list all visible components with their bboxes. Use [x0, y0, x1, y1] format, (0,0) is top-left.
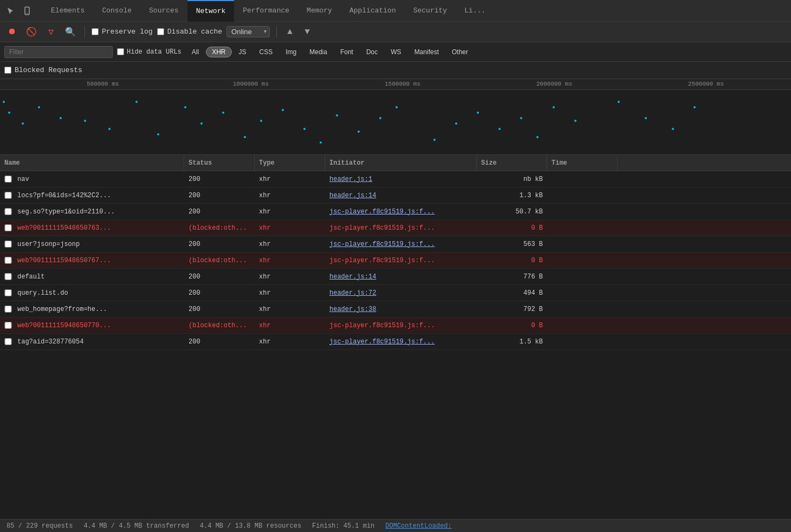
row-initiator[interactable]: jsc-player.f8c91519.js:f...: [325, 252, 477, 268]
row-status: 200: [184, 301, 255, 317]
row-initiator[interactable]: header.js:14: [325, 187, 477, 203]
preserve-log-checkbox[interactable]: [92, 28, 99, 35]
col-initiator[interactable]: Initiator: [325, 155, 477, 171]
hide-data-urls-label[interactable]: Hide data URLs: [117, 48, 181, 56]
row-checkbox[interactable]: [4, 273, 12, 280]
filter-btn-img[interactable]: Img: [280, 47, 302, 57]
row-checkbox[interactable]: [4, 306, 12, 313]
filter-btn-manifest[interactable]: Manifest: [409, 47, 445, 57]
col-size[interactable]: Size: [477, 155, 547, 171]
row-initiator[interactable]: header.js:1: [325, 171, 477, 187]
col-status[interactable]: Status: [184, 155, 255, 171]
record-button[interactable]: ⏺: [4, 24, 20, 40]
row-size: 50.7 kB: [477, 204, 547, 219]
tab-elements[interactable]: Elements: [42, 0, 93, 22]
table-row[interactable]: web?00111115948650763...(blocked:oth...x…: [0, 220, 791, 236]
table-row[interactable]: web_homepage?from=he...200xhrheader.js:3…: [0, 301, 791, 317]
row-initiator[interactable]: jsc-player.f8c91519.js:f...: [325, 317, 477, 333]
export-button[interactable]: ▼: [301, 25, 314, 38]
filter-btn-css[interactable]: CSS: [254, 47, 279, 57]
row-size: 776 B: [477, 269, 547, 284]
throttle-select-wrapper: Online Offline Slow 3G Fast 3G: [226, 26, 270, 37]
filter-btn-all[interactable]: All: [186, 47, 205, 57]
blocked-requests-text: Blocked Requests: [15, 66, 82, 74]
mobile-icon[interactable]: [21, 4, 34, 17]
filter-btn-xhr[interactable]: XHR: [206, 47, 231, 57]
col-name[interactable]: Name: [0, 155, 184, 171]
timeline-dot: [336, 114, 338, 116]
table-row[interactable]: query.list.do200xhrheader.js:72494 B: [0, 285, 791, 301]
filter-btn-other[interactable]: Other: [446, 47, 474, 57]
disable-cache-checkbox[interactable]: [157, 28, 164, 35]
row-name: tag?aid=328776054: [17, 338, 83, 346]
row-checkbox[interactable]: [4, 257, 12, 264]
row-initiator[interactable]: jsc-player.f8c91519.js:f...: [325, 236, 477, 252]
table-row[interactable]: tag?aid=328776054200xhrjsc-player.f8c915…: [0, 334, 791, 350]
tab-more[interactable]: Li...: [456, 0, 494, 22]
network-toolbar: ⏺ 🚫 ▽ 🔍 Preserve log Disable cache Onlin…: [0, 22, 791, 42]
row-time: [547, 301, 618, 317]
tab-performance[interactable]: Performance: [234, 0, 298, 22]
row-checkbox[interactable]: [4, 241, 12, 248]
row-checkbox[interactable]: [4, 224, 12, 231]
timeline-dot: [320, 141, 322, 144]
filter-btn-js[interactable]: JS: [233, 47, 252, 57]
search-button[interactable]: 🔍: [63, 24, 78, 40]
preserve-log-text: Preserve log: [102, 28, 153, 36]
preserve-log-label[interactable]: Preserve log: [92, 28, 153, 36]
row-checkbox[interactable]: [4, 192, 12, 199]
row-size: 0 B: [477, 252, 547, 268]
table-row[interactable]: user?jsonp=jsonp200xhrjsc-player.f8c9151…: [0, 236, 791, 252]
col-time[interactable]: Time: [547, 155, 618, 171]
row-checkbox[interactable]: [4, 289, 12, 296]
timeline-dot: [433, 139, 436, 141]
tab-application[interactable]: Application: [341, 0, 405, 22]
disable-cache-label[interactable]: Disable cache: [157, 28, 222, 36]
filter-icon-button[interactable]: ▽: [43, 24, 59, 40]
table-row[interactable]: web?00111115948650770...(blocked:oth...x…: [0, 317, 791, 334]
blocked-requests-label[interactable]: Blocked Requests: [4, 66, 82, 74]
row-checkbox[interactable]: [4, 176, 12, 183]
tab-memory[interactable]: Memory: [298, 0, 341, 22]
tab-sources[interactable]: Sources: [140, 0, 187, 22]
timeline-dot: [260, 120, 262, 122]
timeline-dot: [60, 117, 62, 119]
disable-cache-text: Disable cache: [167, 28, 222, 36]
row-checkbox[interactable]: [4, 322, 12, 329]
tab-console[interactable]: Console: [93, 0, 140, 22]
cursor-icon[interactable]: [4, 4, 17, 17]
timeline-dot: [536, 136, 539, 138]
blocked-requests-checkbox[interactable]: [4, 67, 11, 74]
filter-btn-ws[interactable]: WS: [385, 47, 407, 57]
row-initiator[interactable]: jsc-player.f8c91519.js:f...: [325, 204, 477, 219]
tab-security[interactable]: Security: [405, 0, 456, 22]
table-row[interactable]: locs?pf=0&ids=142%2C2...200xhrheader.js:…: [0, 187, 791, 204]
filter-btn-doc[interactable]: Doc: [360, 47, 384, 57]
import-button[interactable]: ▲: [283, 25, 296, 38]
row-checkbox[interactable]: [4, 338, 12, 345]
row-name: user?jsonp=jsonp: [17, 241, 80, 248]
clear-button[interactable]: 🚫: [24, 24, 39, 40]
row-initiator[interactable]: header.js:72: [325, 285, 477, 301]
row-time: [547, 285, 618, 301]
row-initiator[interactable]: jsc-player.f8c91519.js:f...: [325, 334, 477, 349]
filter-btn-media[interactable]: Media: [303, 47, 333, 57]
hide-data-urls-text: Hide data URLs: [127, 48, 181, 56]
col-type[interactable]: Type: [255, 155, 325, 171]
timeline-dot: [200, 122, 203, 125]
filter-input[interactable]: [4, 46, 113, 58]
hide-data-urls-checkbox[interactable]: [117, 48, 124, 55]
row-status: 200: [184, 269, 255, 284]
tab-network[interactable]: Network: [187, 0, 235, 22]
table-row[interactable]: seg.so?type=1&oid=2110...200xhrjsc-playe…: [0, 204, 791, 220]
row-initiator[interactable]: jsc-player.f8c91519.js:f...: [325, 220, 477, 236]
row-checkbox[interactable]: [4, 208, 12, 215]
row-initiator[interactable]: header.js:38: [325, 301, 477, 317]
table-row[interactable]: nav200xhrheader.js:1nb kB: [0, 171, 791, 187]
filter-btn-font[interactable]: Font: [334, 47, 359, 57]
row-size: 792 B: [477, 301, 547, 317]
table-row[interactable]: default200xhrheader.js:14776 B: [0, 269, 791, 285]
table-row[interactable]: web?00111115948650767...(blocked:oth...x…: [0, 252, 791, 269]
row-initiator[interactable]: header.js:14: [325, 269, 477, 284]
throttle-select[interactable]: Online Offline Slow 3G Fast 3G: [226, 26, 270, 37]
